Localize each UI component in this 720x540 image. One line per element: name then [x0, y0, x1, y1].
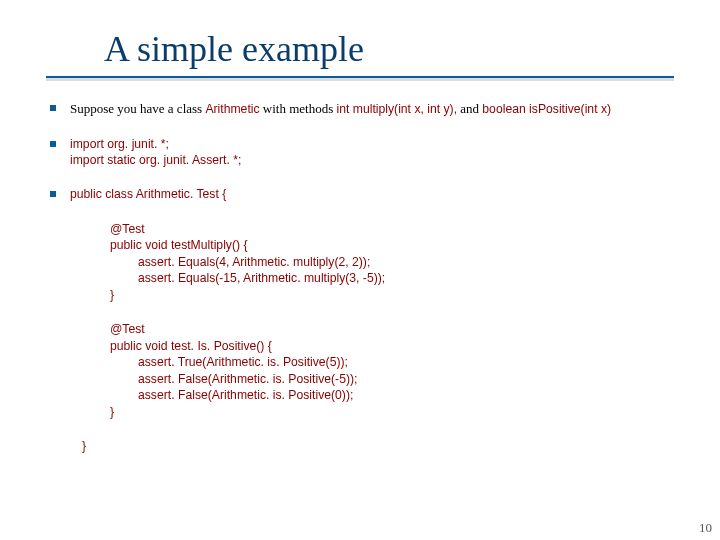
content-area: Suppose you have a class Arithmetic with… [46, 100, 674, 455]
bullet-imports: import org. junit. *; import static org.… [46, 136, 674, 169]
test1-close: } [82, 287, 674, 303]
close-brace: } [82, 439, 86, 453]
bullet-classdecl: public class Arithmetic. Test { [46, 186, 674, 202]
test2-assert2: assert. False(Arithmetic. is. Positive(-… [82, 371, 674, 387]
test-method-1: @Test public void testMultiply() { asser… [82, 221, 674, 303]
class-declaration: public class Arithmetic. Test { [70, 187, 226, 201]
test2-sig: public void test. Is. Positive() { [82, 338, 674, 354]
intro-class: Arithmetic [205, 102, 259, 116]
page-number: 10 [699, 520, 712, 536]
test2-assert1: assert. True(Arithmetic. is. Positive(5)… [82, 354, 674, 370]
intro-text-mid2: and [457, 101, 482, 116]
title-underline [46, 76, 674, 78]
intro-method2: boolean isPositive(int x) [482, 102, 611, 116]
import-line-2: import static org. junit. Assert. *; [70, 152, 674, 168]
test-method-2: @Test public void test. Is. Positive() {… [82, 321, 674, 420]
slide-title: A simple example [46, 28, 674, 70]
intro-text-mid1: with methods [260, 101, 337, 116]
bullet-list: Suppose you have a class Arithmetic with… [46, 100, 674, 203]
test2-anno: @Test [82, 321, 674, 337]
test1-assert2: assert. Equals(-15, Arithmetic. multiply… [82, 270, 674, 286]
test2-assert3: assert. False(Arithmetic. is. Positive(0… [82, 387, 674, 403]
import-line-1: import org. junit. *; [70, 136, 674, 152]
test1-assert1: assert. Equals(4, Arithmetic. multiply(2… [82, 254, 674, 270]
test1-sig: public void testMultiply() { [82, 237, 674, 253]
slide: A simple example Suppose you have a clas… [0, 0, 720, 540]
bullet-intro: Suppose you have a class Arithmetic with… [46, 100, 674, 118]
intro-text-pre: Suppose you have a class [70, 101, 205, 116]
test1-anno: @Test [82, 221, 674, 237]
class-close: } [82, 438, 674, 454]
title-section: A simple example [46, 28, 674, 78]
test2-close: } [82, 404, 674, 420]
intro-method1: int multiply(int x, int y), [337, 102, 458, 116]
